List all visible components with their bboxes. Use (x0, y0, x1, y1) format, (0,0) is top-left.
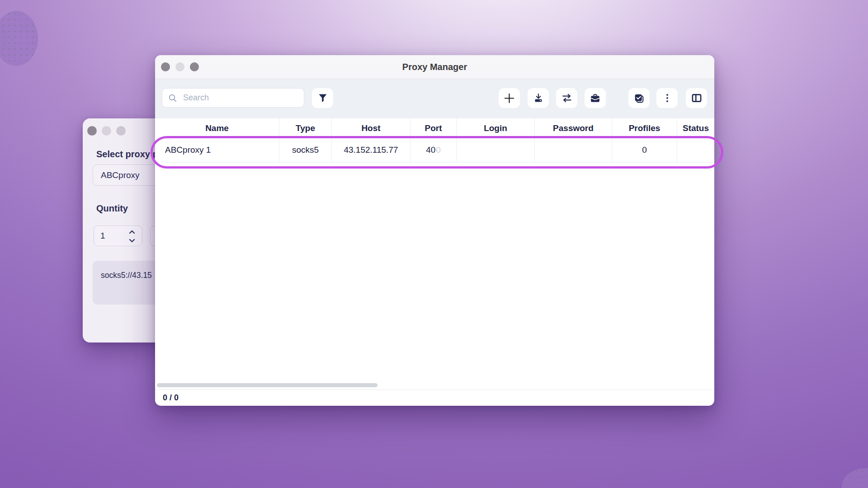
cell-login[interactable] (457, 138, 535, 162)
window-title: Proxy Manager (155, 55, 714, 79)
download-tray-icon (533, 93, 544, 103)
funnel-icon (317, 93, 328, 103)
proxy-url-text: socks5://43.15 (101, 271, 152, 280)
table-row[interactable]: ABCproxy 1 socks5 43.152.115.77 400 0 (155, 138, 714, 163)
column-header-host[interactable]: Host (332, 118, 410, 138)
column-header-password[interactable]: Password (535, 118, 612, 138)
proxy-manager-window: Proxy Manager (155, 55, 714, 406)
columns-layout-button[interactable] (686, 88, 707, 108)
column-header-type[interactable]: Type (279, 118, 332, 138)
column-header-status[interactable]: Status (677, 118, 714, 138)
footer-divider (155, 389, 714, 390)
cell-port[interactable]: 400 (410, 138, 457, 162)
chevron-up-icon[interactable] (127, 227, 137, 236)
desktop: Select proxy pr ABCproxy Quntity 1 socks… (0, 0, 868, 488)
cell-type[interactable]: socks5 (279, 138, 332, 162)
selection-count: 0 / 0 (163, 390, 179, 406)
more-options-button[interactable] (656, 88, 678, 108)
quantity-value: 1 (100, 231, 105, 241)
close-window-button[interactable] (87, 126, 97, 136)
select-proxy-label: Select proxy pr (96, 149, 162, 160)
port-value: 40 (426, 145, 435, 155)
titlebar: Proxy Manager (155, 55, 714, 79)
briefcase-icon (590, 93, 601, 104)
split-panes-icon (691, 92, 703, 104)
port-truncated-digit: 0 (436, 145, 441, 155)
search-box[interactable] (162, 88, 304, 108)
arrows-left-right-icon (561, 92, 573, 104)
toolbar (155, 79, 714, 118)
column-header-login[interactable]: Login (457, 118, 535, 138)
add-proxy-button[interactable] (499, 88, 520, 108)
horizontal-scrollbar-thumb[interactable] (157, 383, 377, 387)
cell-status[interactable] (677, 138, 714, 162)
cell-host[interactable]: 43.152.115.77 (332, 138, 410, 162)
table-header: Name Type Host Port Login Password Profi… (155, 118, 714, 138)
cell-password[interactable] (535, 138, 612, 162)
proxy-table: Name Type Host Port Login Password Profi… (155, 118, 714, 163)
search-icon (168, 93, 178, 103)
checked-box-stack-icon (633, 93, 645, 104)
table-body: ABCproxy 1 socks5 43.152.115.77 400 0 (155, 138, 714, 163)
desktop-decor-blob (842, 468, 868, 488)
desktop-decor-blob (0, 11, 38, 66)
cell-name[interactable]: ABCproxy 1 (155, 138, 279, 162)
filter-button[interactable] (312, 88, 333, 108)
column-header-port[interactable]: Port (410, 118, 457, 138)
cell-profiles[interactable]: 0 (612, 138, 677, 162)
minimize-window-button[interactable] (102, 126, 111, 136)
stepper-arrows[interactable] (127, 227, 137, 245)
swap-proxies-button[interactable] (556, 88, 577, 108)
search-input[interactable] (183, 93, 298, 103)
proxy-group-button[interactable] (585, 88, 606, 108)
plus-icon (503, 92, 515, 104)
proxy-provider-value: ABCproxy (101, 170, 140, 180)
vertical-dots-icon (662, 93, 673, 103)
zoom-window-button[interactable] (116, 126, 126, 136)
column-header-profiles[interactable]: Profiles (612, 118, 677, 138)
select-all-button[interactable] (628, 88, 650, 108)
chevron-down-icon[interactable] (127, 236, 137, 245)
quantity-stepper[interactable]: 1 (94, 225, 142, 246)
import-proxies-button[interactable] (528, 88, 549, 108)
column-header-name[interactable]: Name (155, 118, 279, 138)
quantity-label: Quntity (96, 203, 128, 214)
